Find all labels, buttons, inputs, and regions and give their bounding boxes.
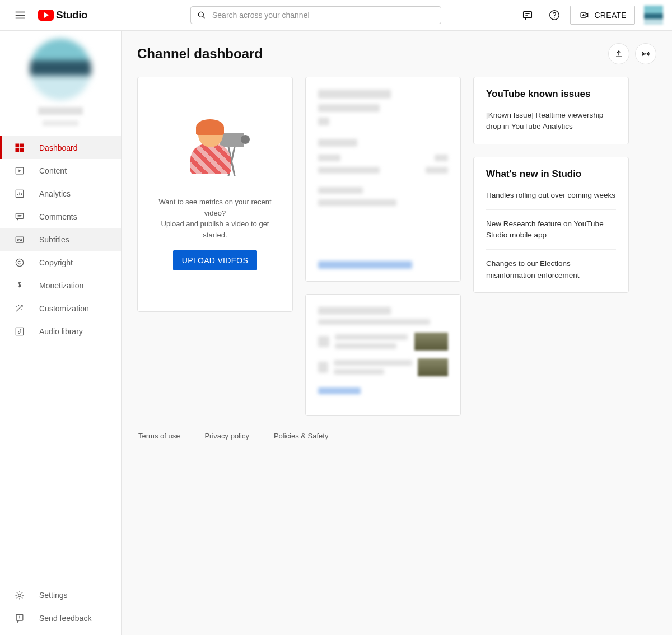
upload-card: Want to see metrics on your recent video… [137, 77, 293, 312]
upload-card-text: Want to see metrics on your recent video… [150, 197, 280, 240]
comments-card-redacted [305, 294, 461, 416]
audio-library-icon [13, 325, 26, 338]
sidebar-item-comments[interactable]: Comments [0, 205, 121, 228]
sidebar-item-content[interactable]: Content [0, 159, 121, 182]
svg-rect-1 [524, 12, 532, 18]
sidebar-item-analytics[interactable]: Analytics [0, 182, 121, 205]
sidebar-item-label: Analytics [39, 189, 71, 198]
sidebar-item-label: Audio library [39, 327, 83, 336]
sidebar-item-label: Send feedback [39, 614, 91, 623]
channel-name-redacted [38, 107, 83, 115]
svg-point-13 [16, 259, 23, 266]
sidebar-item-label: Copyright [39, 258, 73, 267]
studio-logo[interactable]: Studio [38, 9, 87, 21]
youtube-play-icon [38, 10, 54, 21]
page-actions [608, 43, 656, 64]
known-issues-title: YouTube known issues [486, 88, 616, 100]
content-icon [13, 165, 26, 177]
go-live-button[interactable] [635, 43, 656, 64]
gear-icon [13, 589, 26, 601]
svg-rect-11 [16, 213, 23, 218]
create-button-label: CREATE [594, 11, 627, 20]
svg-point-0 [198, 12, 203, 17]
logo-text: Studio [56, 9, 87, 21]
footer-links: Terms of use Privacy policy Policies & S… [138, 432, 656, 440]
subtitles-icon [13, 234, 26, 246]
menu-button[interactable] [9, 4, 31, 26]
upload-card-line1: Want to see metrics on your recent video… [150, 197, 280, 218]
sidebar: Dashboard Content Analytics Comments Sub… [0, 31, 122, 635]
svg-point-20 [19, 618, 20, 619]
upload-icon [613, 48, 624, 59]
whats-new-item[interactable]: Handles rolling out over coming weeks [486, 190, 616, 201]
whats-new-item[interactable]: Changes to our Elections misinformation … [486, 249, 616, 281]
upload-videos-button[interactable]: UPLOAD VIDEOS [173, 250, 257, 270]
svg-rect-12 [16, 237, 23, 242]
footer-privacy[interactable]: Privacy policy [204, 432, 249, 440]
middle-column [305, 77, 461, 416]
analytics-icon [13, 188, 26, 200]
sidebar-item-dashboard[interactable]: Dashboard [0, 136, 121, 159]
sidebar-item-copyright[interactable]: Copyright [0, 251, 121, 274]
sidebar-item-audio-library[interactable]: Audio library [0, 320, 121, 343]
sidebar-item-label: Dashboard [39, 143, 78, 152]
chat-icon [521, 9, 534, 21]
nav-list: Dashboard Content Analytics Comments Sub… [0, 136, 121, 583]
analytics-card-redacted [305, 77, 461, 282]
known-issues-card: YouTube known issues [Known Issue] Realt… [473, 77, 629, 144]
monetization-icon [13, 279, 26, 292]
sidebar-item-customization[interactable]: Customization [0, 297, 121, 320]
svg-rect-7 [16, 148, 20, 152]
footer-policies[interactable]: Policies & Safety [274, 432, 329, 440]
svg-point-18 [18, 594, 21, 596]
upload-card-line2: Upload and publish a video to get starte… [150, 218, 280, 240]
create-icon [578, 10, 590, 21]
svg-point-16 [21, 309, 22, 310]
search-icon [197, 10, 207, 20]
page-header: Channel dashboard [137, 43, 656, 64]
channel-avatar[interactable] [30, 39, 91, 100]
search-input[interactable] [212, 11, 435, 20]
sidebar-item-subtitles[interactable]: Subtitles [0, 228, 121, 251]
footer-terms[interactable]: Terms of use [138, 432, 180, 440]
sidebar-item-settings[interactable]: Settings [0, 583, 121, 606]
sidebar-item-label: Settings [39, 591, 68, 600]
svg-point-14 [16, 306, 17, 307]
sidebar-item-monetization[interactable]: Monetization [0, 274, 121, 297]
sidebar-item-label: Monetization [39, 281, 83, 290]
app-header: Studio CREATE [0, 0, 672, 31]
sidebar-item-label: Comments [39, 212, 77, 221]
svg-rect-5 [16, 143, 20, 147]
create-button[interactable]: CREATE [570, 6, 635, 25]
go-live-icon [640, 48, 652, 60]
feedback-icon [13, 612, 26, 624]
right-column: YouTube known issues [Known Issue] Realt… [473, 77, 629, 293]
account-avatar[interactable] [644, 6, 663, 25]
svg-point-15 [18, 305, 20, 306]
sidebar-item-label: Subtitles [39, 235, 69, 244]
sidebar-item-label: Content [39, 166, 67, 175]
upload-quick-button[interactable] [608, 43, 629, 64]
dashboard-icon [13, 142, 26, 154]
whats-new-item[interactable]: New Research feature on YouTube Studio m… [486, 209, 616, 241]
customization-icon [13, 302, 26, 315]
chat-button[interactable] [516, 4, 539, 26]
known-issues-item[interactable]: [Known Issue] Realtime viewership drop i… [486, 110, 616, 133]
svg-rect-17 [16, 328, 23, 335]
copyright-icon [13, 256, 26, 269]
sidebar-item-feedback[interactable]: Send feedback [0, 606, 121, 629]
channel-brief [0, 31, 121, 136]
help-button[interactable] [543, 4, 566, 26]
sidebar-bottom: Settings Send feedback [0, 583, 121, 635]
svg-rect-6 [20, 143, 24, 147]
search-container [190, 6, 441, 24]
svg-point-3 [554, 17, 555, 17]
upload-illustration [176, 118, 254, 185]
search-box[interactable] [190, 6, 441, 24]
hamburger-icon [14, 9, 26, 21]
header-actions: CREATE [516, 4, 663, 26]
page-title: Channel dashboard [137, 46, 263, 62]
svg-rect-8 [20, 148, 24, 152]
content-area: Channel dashboard [122, 31, 672, 635]
svg-point-21 [645, 53, 647, 55]
